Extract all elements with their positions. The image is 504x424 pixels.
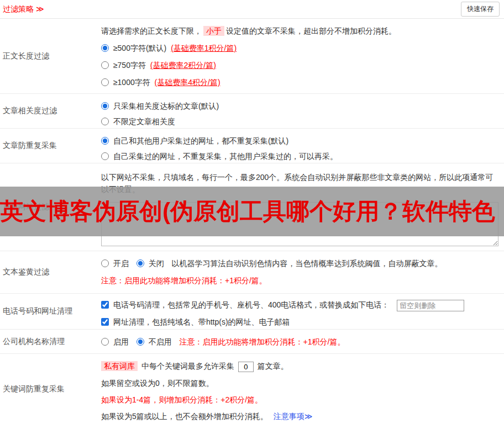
option-label: 启用 <box>113 337 129 346</box>
length-750-radio[interactable] <box>101 61 109 69</box>
dedup-self-radio[interactable] <box>101 152 109 160</box>
row-label-phone-url-clean: 电话号码和网址清理 <box>0 294 101 329</box>
option-label: 开启 <box>113 259 129 268</box>
keyword-dedup-line2: 如果留空或设为0，则不限篇数。 <box>101 378 500 389</box>
keyword-dedup-text: 中每个关键词最多允许采集 <box>141 362 234 370</box>
private-thesaurus-highlight: 私有词库 <box>101 361 138 371</box>
option-label: ≥1000字符 <box>113 78 150 87</box>
fee-note: (基础费率4积分/篇) <box>155 78 221 87</box>
dedup-option-self[interactable]: 自己采集过的网址，不重复采集，其他用户采集过的，可以再采。 <box>101 151 500 162</box>
url-clean-option[interactable]: 网址清理，包括纯域名、带http(s)的网址、电子邮箱 <box>101 317 290 326</box>
watermark-overlay: 英文博客伪原创(伪原创工具哪个好用？软件特色 <box>0 187 504 236</box>
page-title[interactable]: 过滤策略 ≫ <box>3 4 44 14</box>
option-label: 只采集相关度达标的文章(默认) <box>113 102 219 110</box>
keyword-dedup-content: 私有词库 中每个关键词最多允许采集 篇文章。 如果留空或设为0，则不限篇数。 如… <box>101 354 504 424</box>
row-label-keyword-dedup: 关键词防重复采集 <box>0 354 101 424</box>
row-dedup-collect: 文章防重复采集 自己和其他用户采集过的网址，都不重复采集(默认) 自己采集过的网… <box>0 129 504 163</box>
less-than-highlight: 小于 <box>203 26 224 36</box>
row-label-dedup-collect: 文章防重复采集 <box>0 129 101 163</box>
company-clean-content: 启用 不启用 注意：启用此功能将增加积分消耗：+1积分/篇。 <box>101 330 504 353</box>
option-label: 网址清理，包括纯域名、带http(s)的网址、电子邮箱 <box>113 317 290 326</box>
porn-filter-content: 开启 关闭 以机器学习算法自动识别色情内容，当色情概率达到系统阈值，自动屏蔽文章… <box>101 251 504 293</box>
company-on-radio[interactable] <box>101 338 109 346</box>
option-label: 自己采集过的网址，不重复采集，其他用户采集过的，可以再采。 <box>113 152 338 161</box>
length-option-1000[interactable]: ≥1000字符 (基础费率4积分/篇) <box>101 77 500 88</box>
row-porn-filter: 文本鉴黄过滤 开启 关闭 以机器学习算法自动识别色情内容，当色情概率达到系统阈值… <box>0 251 504 294</box>
option-label: 不启用 <box>149 337 172 346</box>
porn-option-off[interactable]: 关闭 <box>136 259 166 268</box>
relevance-filter-content: 只采集相关度达标的文章(默认) 不限定文章相关度 <box>101 94 504 128</box>
max-articles-input[interactable] <box>238 362 254 372</box>
row-phone-url-clean: 电话号码和网址清理 电话号码清理，包括常见的手机号、座机号、400电话格式，或替… <box>0 294 504 330</box>
intro-text-before: 请选择需求的正文长度下限， <box>101 26 202 35</box>
fee-note: (基础费率1积分/篇) <box>171 44 237 52</box>
intro-text-after: 设定值的文章不采集，超出部分不增加积分消耗。 <box>226 26 396 35</box>
row-label-relevance-filter: 文章相关度过滤 <box>0 94 101 128</box>
phone-url-clean-content: 电话号码清理，包括常见的手机号、座机号、400电话格式，或替换成如下电话： 网址… <box>101 294 504 329</box>
quick-save-button[interactable]: 快速保存 <box>461 2 500 17</box>
keyword-dedup-line3: 如果设为1-4篇，则增加积分消耗：+2积分/篇。 <box>101 394 500 405</box>
fee-note: (基础费率2积分/篇) <box>150 61 216 70</box>
option-label: 电话号码清理，包括常见的手机号、座机号、400电话格式，或替换成如下电话： <box>113 300 389 309</box>
relevance-any-radio[interactable] <box>101 118 109 125</box>
notice-link[interactable]: 注意事项≫ <box>274 412 313 421</box>
url-clean-checkbox[interactable] <box>101 318 109 326</box>
relevance-option-any[interactable]: 不限定文章相关度 <box>101 116 500 127</box>
row-label-porn-filter: 文本鉴黄过滤 <box>0 251 101 293</box>
row-label-company-clean: 公司机构名称清理 <box>0 330 101 353</box>
dedup-global-radio[interactable] <box>101 137 109 145</box>
page-header: 过滤策略 ≫ 快速保存 <box>0 0 504 19</box>
row-company-clean: 公司机构名称清理 启用 不启用 注意：启用此功能将增加积分消耗：+1积分/篇。 <box>0 330 504 354</box>
filter-strategy-page: 过滤策略 ≫ 快速保存 正文长度过滤 请选择需求的正文长度下限，小于设定值的文章… <box>0 0 504 424</box>
length-filter-intro: 请选择需求的正文长度下限，小于设定值的文章不采集，超出部分不增加积分消耗。 <box>101 25 500 36</box>
option-label: ≥750字符 <box>113 61 146 70</box>
option-label: 自己和其他用户采集过的网址，都不重复采集(默认) <box>113 136 288 145</box>
relevance-strict-radio[interactable] <box>101 102 109 110</box>
porn-option-on[interactable]: 开启 <box>101 259 131 268</box>
porn-filter-note: 注意：启用此功能将增加积分消耗：+1积分/篇。 <box>101 275 500 286</box>
length-option-750[interactable]: ≥750字符 (基础费率2积分/篇) <box>101 60 500 71</box>
option-label: 关闭 <box>149 259 164 268</box>
keyword-dedup-line4: 如果设为5篇或以上，也不会额外增加积分消耗。 <box>101 412 268 421</box>
row-length-filter: 正文长度过滤 请选择需求的正文长度下限，小于设定值的文章不采集，超出部分不增加积… <box>0 19 504 94</box>
length-1000-radio[interactable] <box>101 78 109 86</box>
dedup-option-global[interactable]: 自己和其他用户采集过的网址，都不重复采集(默认) <box>101 135 500 146</box>
relevance-option-strict[interactable]: 只采集相关度达标的文章(默认) <box>101 100 500 112</box>
length-500-radio[interactable] <box>101 44 109 52</box>
company-clean-off-option[interactable]: 不启用 <box>136 337 174 346</box>
phone-clean-checkbox[interactable] <box>101 301 109 309</box>
dedup-collect-content: 自己和其他用户采集过的网址，都不重复采集(默认) 自己采集过的网址，不重复采集，… <box>101 129 504 163</box>
keyword-dedup-text-after: 篇文章。 <box>258 362 288 370</box>
option-label: 不限定文章相关度 <box>113 117 175 126</box>
row-keyword-dedup: 关键词防重复采集 私有词库 中每个关键词最多允许采集 篇文章。 如果留空或设为0… <box>0 354 504 424</box>
row-label-length-filter: 正文长度过滤 <box>0 19 101 93</box>
row-relevance-filter: 文章相关度过滤 只采集相关度达标的文章(默认) 不限定文章相关度 <box>0 94 504 129</box>
option-label: ≥500字符(默认) <box>113 44 166 52</box>
watermark-text: 英文博客伪原创(伪原创工具哪个好用？软件特色 <box>0 187 495 236</box>
length-filter-content: 请选择需求的正文长度下限，小于设定值的文章不采集，超出部分不增加积分消耗。 ≥5… <box>101 19 504 93</box>
replacement-phone-input[interactable] <box>397 300 464 311</box>
porn-filter-desc: 以机器学习算法自动识别色情内容，当色情概率达到系统阈值，自动屏蔽文章。 <box>172 259 443 268</box>
length-option-500[interactable]: ≥500字符(默认) (基础费率1积分/篇) <box>101 43 500 54</box>
porn-on-radio[interactable] <box>101 259 109 267</box>
company-off-radio[interactable] <box>136 338 144 346</box>
company-clean-note: 注意：启用此功能将增加积分消耗：+1积分/篇。 <box>180 337 345 346</box>
phone-clean-option[interactable]: 电话号码清理，包括常见的手机号、座机号、400电话格式，或替换成如下电话： <box>101 300 391 309</box>
company-clean-on-option[interactable]: 启用 <box>101 337 131 346</box>
porn-off-radio[interactable] <box>136 259 144 267</box>
